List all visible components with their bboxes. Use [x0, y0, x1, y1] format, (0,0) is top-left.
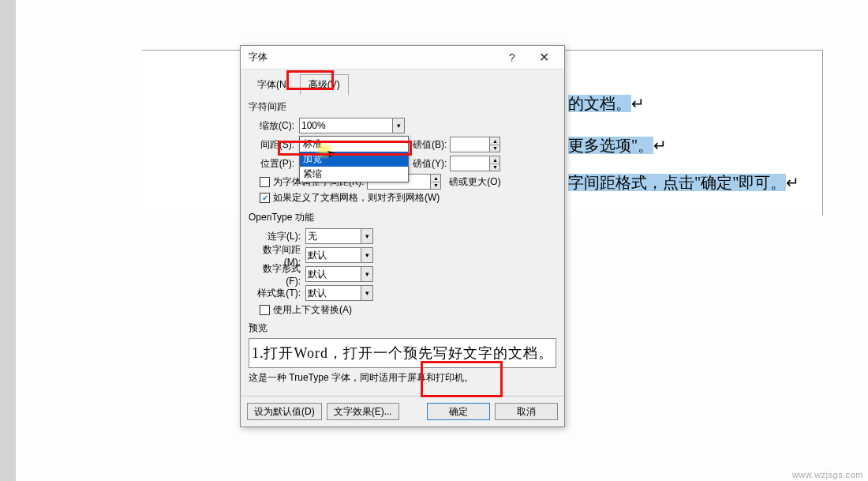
doc-line-3: 字间距格式，点击"确定"即可。↵: [568, 172, 799, 194]
chevron-down-icon[interactable]: ▾: [392, 118, 405, 133]
cancel-button[interactable]: 取消: [495, 403, 558, 420]
spacing-label: 间距(S):: [249, 138, 299, 152]
text-effects-button[interactable]: 文字效果(E)...: [327, 403, 399, 420]
chevron-down-icon[interactable]: ▾: [361, 266, 373, 282]
preview-box: 1.打开Word，打开一个预先写好文字的文档。: [249, 338, 556, 368]
watermark: www.wzjsgs.com: [792, 470, 863, 479]
close-button[interactable]: ✕: [528, 47, 559, 69]
spacing-dropdown-list[interactable]: 标准 加宽 紧缩: [299, 136, 409, 182]
app-sidebar: [0, 0, 16, 481]
numforms-combo[interactable]: ▾: [305, 266, 373, 282]
spacing-pt-spinner[interactable]: ▲▼: [450, 137, 500, 152]
numspacing-input[interactable]: [305, 247, 361, 263]
numspacing-combo[interactable]: ▾: [305, 247, 373, 263]
cursor-icon: ➤: [326, 146, 338, 160]
styleset-label: 样式集(T):: [249, 287, 305, 300]
scale-combo[interactable]: ▾: [299, 118, 405, 133]
kerning-unit: 磅或更大(O): [449, 175, 500, 189]
scale-label: 缩放(C):: [249, 119, 299, 133]
context-label: 使用上下文替换(A): [273, 303, 352, 317]
group-preview: 预览: [249, 321, 556, 335]
doc-line-2: 更多选项"。↵: [568, 135, 667, 156]
scale-input[interactable]: [299, 118, 392, 133]
chevron-up-icon[interactable]: ▲: [431, 175, 440, 182]
grid-checkbox[interactable]: [260, 193, 270, 203]
chevron-up-icon[interactable]: ▲: [490, 156, 499, 164]
help-button[interactable]: ?: [496, 47, 528, 69]
kerning-checkbox[interactable]: [260, 177, 270, 187]
grid-label: 如果定义了文档网格，则对齐到网格(W): [273, 191, 440, 205]
chevron-down-icon[interactable]: ▼: [490, 145, 499, 152]
position-pt-label: 磅值(Y):: [413, 157, 447, 171]
chevron-down-icon[interactable]: ▾: [361, 228, 373, 244]
chevron-down-icon[interactable]: ▾: [361, 247, 373, 263]
dialog-title: 字体: [249, 51, 496, 64]
font-dialog: 字体 ? ✕ 字体(N) 高级(V) 字符间距 缩放(C): ▾ 间距(S): …: [240, 45, 565, 427]
dropdown-option[interactable]: 标准: [300, 137, 408, 152]
tab-advanced[interactable]: 高级(V): [300, 74, 349, 96]
doc-line-1: 的文档。↵: [568, 93, 645, 115]
spacing-pt-label: 磅值(B):: [413, 138, 447, 152]
context-checkbox[interactable]: [260, 305, 270, 315]
styleset-input[interactable]: [305, 285, 361, 301]
position-label: 位置(P):: [249, 157, 299, 171]
styleset-combo[interactable]: ▾: [305, 285, 373, 301]
dropdown-option[interactable]: 加宽: [300, 152, 408, 167]
ligatures-combo[interactable]: ▾: [305, 228, 373, 244]
ligatures-input[interactable]: [305, 228, 361, 244]
group-char-spacing: 字符间距: [249, 100, 556, 114]
ligatures-label: 连字(L):: [249, 230, 305, 243]
position-pt-input[interactable]: [450, 156, 489, 171]
dropdown-option[interactable]: 紧缩: [300, 167, 408, 182]
preview-desc: 这是一种 TrueType 字体，同时适用于屏幕和打印机。: [249, 371, 556, 385]
chevron-down-icon[interactable]: ▼: [431, 182, 440, 190]
set-default-button[interactable]: 设为默认值(D): [247, 403, 322, 420]
numforms-label: 数字形式(F):: [249, 262, 305, 287]
spacing-pt-input[interactable]: [450, 137, 489, 152]
tab-font[interactable]: 字体(N): [249, 74, 298, 96]
chevron-up-icon[interactable]: ▲: [490, 137, 499, 145]
position-pt-spinner[interactable]: ▲▼: [450, 156, 500, 171]
numforms-input[interactable]: [305, 266, 361, 282]
group-opentype: OpenType 功能: [249, 211, 556, 224]
ok-button[interactable]: 确定: [427, 403, 490, 420]
chevron-down-icon[interactable]: ▾: [361, 285, 373, 301]
chevron-down-icon[interactable]: ▼: [490, 164, 499, 171]
dialog-titlebar[interactable]: 字体 ? ✕: [241, 46, 564, 70]
